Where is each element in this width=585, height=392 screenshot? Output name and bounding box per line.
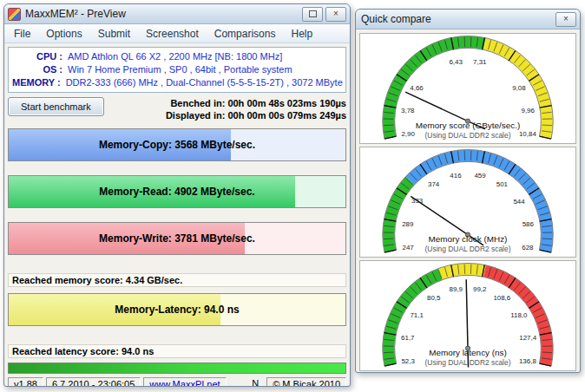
memory-value: DDR2-333 (666) MHz , Dual-Channel (5-5-5… (66, 76, 343, 89)
gauge-scale-label: 416 (450, 172, 462, 180)
quick-compare-window: Quick compare × 2,903,784,666,437,319,08… (355, 9, 581, 373)
gauge-scale-label: 61,7 (401, 334, 414, 342)
gauge-scale-label: 89,9 (450, 285, 463, 293)
overall-progress-bar (8, 363, 346, 374)
menu-item-submit[interactable]: Submit (91, 26, 137, 42)
gauge-scale-label: 3,78 (401, 107, 415, 114)
memory-copy-label: Memory-Copy: 3568 MByte/sec. (99, 139, 255, 151)
gauge-scale-label: 80,5 (427, 294, 441, 302)
datetime-text: 6.7.2010 - 23:06:05 (46, 377, 141, 387)
gauge-scale-label: 586 (523, 220, 535, 228)
gauge-scale-label: 118,0 (510, 311, 528, 319)
start-benchmark-button[interactable]: Start benchmark (8, 97, 104, 116)
memory-label: MEMORY : (12, 76, 61, 89)
main-window-title: MaxxMEM² - PreView (25, 8, 299, 20)
compare-body: 2,903,784,666,437,319,089,9610,84Memory … (356, 29, 580, 373)
gauge-scale-label: 99,2 (473, 285, 486, 293)
close-icon: × (333, 10, 339, 18)
gauge-scale-label: 2,90 (401, 130, 415, 138)
status-letter: N (246, 377, 264, 387)
gauge-scale-label: 108,6 (493, 294, 510, 302)
info-row-cpu: CPU : AMD Athlon QL 66 X2 , 2200 MHz [NB… (12, 50, 342, 63)
app-icon (8, 8, 21, 21)
menu-item-help[interactable]: Help (284, 26, 319, 42)
gauge-scale-label: 127,4 (519, 334, 536, 342)
gauge-subtitle: (Using DUAL DDR2 scale) (425, 358, 511, 367)
version-text: v1.88 (8, 377, 43, 387)
gauge-subtitle: (Using DUAL DDR2 scale) (425, 131, 511, 140)
info-row-os: OS : Win 7 Home Premium , SP0 , 64bit , … (12, 63, 342, 76)
system-info-panel: CPU : AMD Athlon QL 66 X2 , 2200 MHz [NB… (8, 47, 346, 93)
os-label: OS : (12, 63, 62, 76)
gauge-panel-memory-latency: 52,361,771,180,589,999,2108,6118,0127,41… (359, 260, 576, 371)
cpu-value: AMD Athlon QL 66 X2 , 2200 MHz [NB: 1800… (68, 50, 282, 63)
benched-in-text: Benched in: 00h 00m 48s 023ms 190µs (166, 97, 346, 109)
menu-item-comparisons[interactable]: Comparisons (207, 26, 283, 42)
reached-latency-score-text: Reached latency score: 94.0 ns (8, 344, 346, 358)
gauge-scale-label: 374 (428, 180, 440, 188)
menu-item-file[interactable]: File (7, 26, 37, 42)
info-row-memory: MEMORY : DDR2-333 (666) MHz , Dual-Chann… (12, 76, 342, 89)
gauge-scale-label: 459 (474, 172, 486, 180)
minimize-icon (309, 10, 317, 17)
main-window: MaxxMEM² - PreView × File Options Submit… (3, 3, 351, 387)
gauge-scale-label: 544 (513, 198, 525, 206)
gauge-scale-label: 501 (496, 180, 509, 188)
gauge-scale-label: 9,96 (522, 107, 536, 114)
gauge-scale-label: 6,43 (449, 58, 463, 66)
compare-window-title: Quick compare (361, 13, 553, 25)
gauge-title: Memory latency (ns) (429, 348, 507, 357)
memory-read-label: Memory-Read: 4902 MByte/sec. (99, 186, 254, 198)
gauge-scale-label: 7,31 (473, 58, 487, 66)
memory-write-bar: Memory-Write: 3781 MByte/sec. (8, 222, 346, 255)
compare-close-icon: × (563, 15, 569, 23)
gauge-scale-label: 9,08 (512, 84, 526, 92)
menu-item-screenshot[interactable]: Screenshot (139, 26, 206, 42)
gauge-scale-label: 136,8 (519, 357, 536, 365)
gauge-dial: 247289333374416459501544586628Memory clo… (360, 147, 575, 257)
copyright-text: © M.Bicak 2010 (266, 377, 346, 387)
gauge-scale-label: 10,84 (519, 130, 536, 138)
close-button[interactable]: × (325, 7, 346, 22)
desktop: MaxxMEM² - PreView × File Options Submit… (0, 0, 585, 392)
memory-latency-bar: Memory-Latency: 94.0 ns (8, 293, 346, 326)
gauge-title: Memory score (GByte/sec.) (416, 121, 521, 130)
menubar: File Options Submit Screenshot Compariso… (4, 24, 350, 43)
main-titlebar[interactable]: MaxxMEM² - PreView × (4, 4, 350, 24)
gauge-panel-memory-score: 2,903,784,666,437,319,089,9610,84Memory … (359, 33, 576, 144)
gauge-scale-label: 71,1 (410, 311, 424, 319)
minimize-button[interactable] (302, 7, 323, 22)
benchmark-times: Benched in: 00h 00m 48s 023ms 190µs Disp… (166, 97, 346, 121)
memory-copy-bar: Memory-Copy: 3568 MByte/sec. (8, 128, 346, 161)
cpu-label: CPU : (12, 50, 62, 63)
status-spacer (229, 377, 245, 387)
gauge-scale-label: 289 (402, 220, 414, 228)
memory-latency-label: Memory-Latency: 94.0 ns (115, 304, 239, 316)
gauge-panel-memory-clock: 247289333374416459501544586628Memory clo… (359, 147, 576, 258)
gauge-scale-label: 52,3 (401, 357, 415, 365)
os-value: Win 7 Home Premium , SP0 , 64bit , Porta… (68, 63, 292, 76)
maxxpi-link[interactable]: www.MaxxPI.net (149, 379, 220, 387)
memory-write-label: Memory-Write: 3781 MByte/sec. (99, 232, 255, 245)
status-bar: v1.88 6.7.2010 - 23:06:05 www.MaxxPI.net… (8, 377, 346, 387)
gauge-title: Memory clock (MHz) (429, 234, 508, 244)
menu-item-options[interactable]: Options (39, 26, 89, 42)
gauge-dial: 52,361,771,180,589,999,2108,6118,0127,41… (360, 261, 575, 370)
gauge-scale-label: 4,66 (410, 84, 424, 92)
compare-close-button[interactable]: × (555, 12, 576, 27)
gauge-scale-label: 247 (402, 244, 413, 252)
compare-titlebar[interactable]: Quick compare × (356, 10, 580, 29)
gauge-subtitle: (Using DUAL DDR2 scale) (425, 245, 511, 253)
memory-read-bar: Memory-Read: 4902 MByte/sec. (8, 175, 346, 208)
displayed-in-text: Displayed in: 00h 00m 00s 079ms 249µs (166, 109, 346, 121)
benchmark-row: Start benchmark Benched in: 00h 00m 48s … (8, 97, 346, 121)
reached-memory-score-text: Reached memory score: 4.34 GB/sec. (8, 273, 346, 287)
gauge-scale-label: 628 (522, 244, 534, 252)
gauge-dial: 2,903,784,666,437,319,089,9610,84Memory … (360, 34, 575, 143)
